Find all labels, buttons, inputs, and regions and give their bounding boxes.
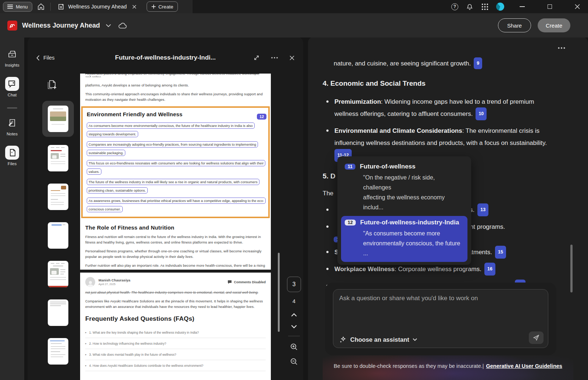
svg-text:“: “ xyxy=(11,151,13,155)
help-glyph: ? xyxy=(453,4,456,9)
sidebar-item-notes[interactable]: Notes xyxy=(0,116,24,136)
pdf-viewer-panel: Files Future-of-wellness-industry-Indi..… xyxy=(28,37,303,380)
app-launcher-icon[interactable] xyxy=(482,4,488,10)
notes-icon xyxy=(5,116,19,130)
faq-item[interactable]: ▸3. What role does mental health play in… xyxy=(85,349,266,360)
help-icon[interactable]: ? xyxy=(451,3,458,10)
share-label: Share xyxy=(507,22,522,29)
total-pages-label: 4 xyxy=(293,298,295,304)
document-tab[interactable]: Wellness Journey Ahead xyxy=(54,0,140,13)
faq-item[interactable]: ▸2. How is technology influencing the we… xyxy=(85,338,266,349)
viewer-close-icon[interactable] xyxy=(290,56,294,60)
faq-item[interactable]: ▸1. What are the key trends shaping the … xyxy=(85,327,266,338)
zoom-out-icon[interactable] xyxy=(290,358,298,366)
doc-paragraph: Personalised fitness programs, whether t… xyxy=(85,248,266,259)
add-page-icon[interactable] xyxy=(47,79,79,90)
sidebar-item-insights[interactable]: Insights xyxy=(0,47,24,67)
faq-arrow-icon: ▸ xyxy=(85,331,87,334)
thumbnail-selected-wrap xyxy=(42,101,74,137)
citation-quote: "As consumers become more environmentall… xyxy=(363,228,464,258)
faq-question: 1. What are the key trends shaping the f… xyxy=(89,331,199,334)
highlighted-sentence: Companies are increasingly adopting eco-… xyxy=(87,141,258,156)
window-minimize-button[interactable] xyxy=(520,6,525,7)
user-avatar[interactable] xyxy=(496,3,504,11)
citation-badge-10[interactable]: 10 xyxy=(476,107,487,120)
chat-input[interactable] xyxy=(339,295,526,320)
home-button[interactable] xyxy=(37,3,44,10)
window-maximize-button[interactable] xyxy=(548,4,552,9)
page-thumbnail-1[interactable] xyxy=(48,106,68,132)
citation-title: Future-of-wellness xyxy=(360,163,415,170)
viewer-header: Files Future-of-wellness-industry-Indi..… xyxy=(28,49,303,66)
create-tab-label: Create xyxy=(158,4,173,10)
citation-item-11[interactable]: 11 Future-of-wellness "On the negative /… xyxy=(341,160,467,216)
viewer-file-title: Future-of-wellness-industry-Indi... xyxy=(115,54,216,61)
page-thumbnail-6[interactable] xyxy=(48,299,68,326)
create-tab-button[interactable]: Create xyxy=(147,1,178,12)
current-page-input[interactable] xyxy=(287,277,301,292)
page-thumbnail-3[interactable] xyxy=(48,184,68,210)
window-titlebar: Menu Wellness Journey Ahead Create xyxy=(0,0,588,13)
guidelines-link[interactable]: Generative AI User Guidelines xyxy=(486,363,562,369)
pdf-page-3[interactable]: Avyukt also places a strong emphasis on … xyxy=(80,74,271,270)
appbar-actions: Share Create xyxy=(498,18,588,32)
pdf-page-4[interactable]: Manish Chaurasiya April 27, 2025 Comment… xyxy=(80,273,271,380)
citation-item-12[interactable]: 12 Future-of-wellness-industry-India "As… xyxy=(341,216,467,262)
next-page-icon[interactable] xyxy=(291,325,297,328)
assistant-scrollbar[interactable] xyxy=(570,245,573,292)
window-close-button[interactable] xyxy=(575,4,580,9)
hamburger-icon xyxy=(7,4,13,9)
page-thumbnail-7[interactable] xyxy=(48,338,68,365)
sidebar-item-chat[interactable]: Chat xyxy=(0,77,24,97)
disclaimer-text: Be sure to double-check responses as the… xyxy=(334,363,484,369)
titlebar-right: ? xyxy=(451,0,588,13)
insights-label: Insights xyxy=(5,63,19,67)
citation-badge-13[interactable]: 13 xyxy=(477,203,488,216)
title-chevron-down-icon[interactable] xyxy=(106,24,111,27)
faq-arrow-icon: ▸ xyxy=(85,342,87,345)
doc-paragraph: platforms, Avyukt develops a sense of be… xyxy=(85,82,266,88)
page-thumbnail-4[interactable] xyxy=(48,222,68,249)
doc-paragraph: Fitness and nutrition will remain centra… xyxy=(85,234,266,245)
zoom-in-icon[interactable] xyxy=(290,343,298,351)
doc-citation-badge-12[interactable]: 12 xyxy=(257,114,266,120)
author-name: Manish Chaurasiya xyxy=(98,278,130,282)
doc-paragraph: This community-oriented approach encoura… xyxy=(85,91,266,102)
section-heading: The Role of Fitness and Nutrition xyxy=(85,224,266,231)
highlighted-section[interactable]: 12 Environment Friendly and Wellness As … xyxy=(81,106,270,218)
viewer-scrollbar[interactable] xyxy=(278,253,280,332)
cloud-status-icon xyxy=(118,22,127,29)
assistant-sparkle-icon xyxy=(339,336,347,343)
highlighted-sentence: This focus on eco-friendliness resonates… xyxy=(87,160,265,175)
share-button[interactable]: Share xyxy=(498,18,531,32)
previous-page-icon[interactable] xyxy=(291,313,297,317)
menu-button[interactable]: Menu xyxy=(3,2,32,12)
faq-arrow-icon: ▸ xyxy=(85,364,87,367)
comments-disabled-label: Comments Disabled xyxy=(234,280,266,284)
assistant-more-options-icon[interactable] xyxy=(558,47,565,49)
chat-input-box[interactable]: Choose an assistant xyxy=(333,289,548,348)
notifications-icon[interactable] xyxy=(466,3,473,10)
sidebar-item-files[interactable]: “ Files xyxy=(0,146,24,166)
send-button[interactable] xyxy=(529,331,544,344)
citation-badge-15[interactable]: 15 xyxy=(495,246,506,259)
page-thumbnail-5[interactable] xyxy=(48,261,68,287)
notes-label: Notes xyxy=(7,132,18,136)
faq-list: ▸1. What are the key trends shaping the … xyxy=(85,327,266,371)
ai-assistant-panel: nature, and cuisine, are seeing signific… xyxy=(308,37,588,380)
assistant-chooser-dropdown[interactable]: Choose an assistant xyxy=(339,336,417,343)
citation-badge-16[interactable]: 16 xyxy=(484,263,495,276)
bullet-text: : Corporate wellness programs. xyxy=(395,266,481,273)
citation-badge-9[interactable]: 9 xyxy=(474,57,482,69)
more-options-icon[interactable] xyxy=(271,57,278,58)
tab-close-icon[interactable] xyxy=(132,5,136,9)
document-title: Wellness Journey Ahead xyxy=(22,22,100,29)
back-to-files-button[interactable]: Files xyxy=(36,55,55,61)
highlighted-sentence: As awareness grows, businesses that prio… xyxy=(87,198,266,212)
document-tab-label: Wellness Journey Ahead xyxy=(68,4,127,10)
faq-item[interactable]: ▸4. How does Avyukt Healthcare Solutions… xyxy=(85,360,266,371)
page-thumbnail-2[interactable] xyxy=(48,145,68,171)
create-button[interactable]: Create xyxy=(538,18,570,32)
citation-popup-badge-11: 11 xyxy=(345,164,355,170)
expand-icon[interactable] xyxy=(254,55,259,61)
